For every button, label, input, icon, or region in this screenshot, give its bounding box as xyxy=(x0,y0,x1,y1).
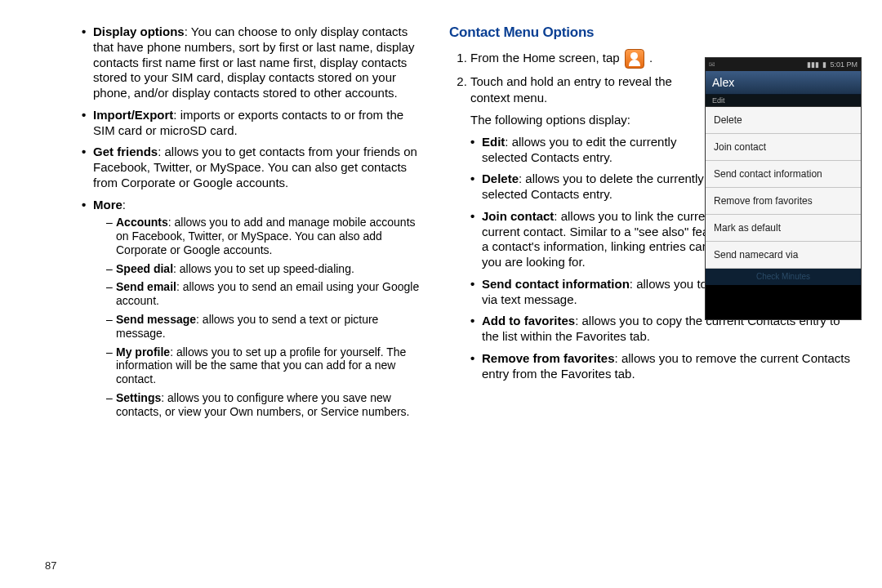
phone-screenshot: ✉ ▮▮▮ ▮ 5:01 PM Alex Edit Delete Join co… xyxy=(705,57,862,320)
phone-statusbar: ✉ ▮▮▮ ▮ 5:01 PM xyxy=(706,58,861,71)
menu-item-remove-favorites[interactable]: Remove from favorites xyxy=(706,188,861,215)
status-time: 5:01 PM xyxy=(830,60,858,69)
dash-item: Settings: allows you to configure where … xyxy=(106,391,421,419)
bullet-item-more: More: Accounts: allows you to add and ma… xyxy=(82,198,421,419)
bullet-bold: More xyxy=(93,198,122,212)
contacts-icon xyxy=(625,49,644,69)
step-text: Touch and hold an entry to reveal the co… xyxy=(470,74,704,107)
menu-item-mark-default[interactable]: Mark as default xyxy=(706,215,861,242)
dash-item: Send message: allows you to send a text … xyxy=(106,313,421,341)
phone-context-menu: Delete Join contact Send contact informa… xyxy=(706,107,861,269)
menu-item-delete[interactable]: Delete xyxy=(706,107,861,134)
dash-item: Accounts: allows you to add and manage m… xyxy=(106,216,421,256)
left-bullet-list: Display options: You can choose to only … xyxy=(82,24,421,419)
battery-icon: ▮ xyxy=(822,60,826,69)
bullet-item: Display options: You can choose to only … xyxy=(82,24,421,101)
bullet-text: : xyxy=(122,198,126,212)
dash-item: Send email: allows you to send an email … xyxy=(106,280,421,308)
option-item: Remove from favorites: allows you to rem… xyxy=(470,351,858,382)
bullet-item: Import/Export: imports or exports contac… xyxy=(82,108,421,139)
bullet-bold: Import/Export xyxy=(93,108,173,122)
following-text: The following options display: xyxy=(470,112,704,128)
more-sublist: Accounts: allows you to add and manage m… xyxy=(93,216,421,418)
menu-item-join-contact[interactable]: Join contact xyxy=(706,134,861,161)
page-number: 87 xyxy=(45,559,56,572)
section-heading: Contact Menu Options xyxy=(449,24,858,41)
phone-context-title: Alex xyxy=(706,71,861,95)
dash-item: Speed dial: allows you to set up speed-d… xyxy=(106,262,421,276)
step-text: From the Home screen, tap xyxy=(470,51,623,65)
bullet-bold: Display options xyxy=(93,24,185,38)
bullet-bold: Get friends xyxy=(93,145,158,158)
left-column: Display options: You can choose to only … xyxy=(24,24,441,580)
step-text: . xyxy=(649,51,653,65)
signal-icon: ▮▮▮ xyxy=(807,60,819,69)
notification-icon: ✉ xyxy=(709,60,715,69)
menu-item-send-contact-info[interactable]: Send contact information xyxy=(706,161,861,188)
dash-item: My profile: allows you to set up a profi… xyxy=(106,345,421,386)
phone-footer: Check Minutes xyxy=(706,269,861,285)
menu-item-send-namecard[interactable]: Send namecard via xyxy=(706,242,861,269)
bullet-item: Get friends: allows you to get contacts … xyxy=(82,145,421,190)
phone-menu-strip: Edit xyxy=(706,95,861,107)
